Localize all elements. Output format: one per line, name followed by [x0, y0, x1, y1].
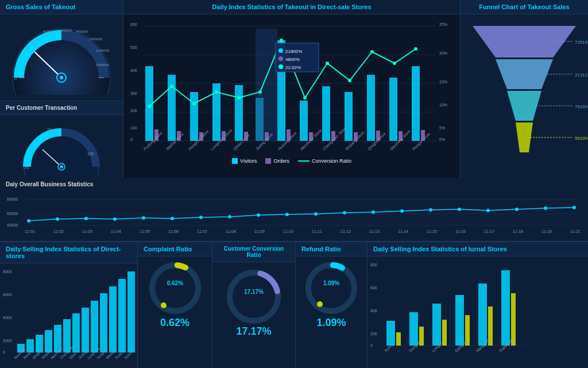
business-stats-title: Daiy Overall Business Statistics	[6, 181, 582, 189]
svg-text:11-05: 11-05	[140, 229, 150, 233]
bottom-row: Daily Selling Index Statistics of Direct…	[0, 241, 588, 368]
svg-text:1.09%: 1.09%	[323, 280, 339, 286]
svg-point-133	[486, 209, 490, 212]
top-row: Gross Sales of Takeout	[0, 0, 588, 178]
svg-text:800000: 800000	[76, 30, 88, 33]
svg-point-122	[171, 217, 174, 220]
chart-legend: Visitors Orders Conversion Ratio	[129, 156, 454, 166]
conversion-ratio: 17.17% 17.17%	[212, 262, 295, 340]
svg-text:11-07: 11-07	[197, 229, 207, 233]
daily-index-title: Daily Index Statistics of Takeout in Dir…	[123, 0, 460, 14]
svg-text:500: 500	[130, 45, 137, 49]
svg-point-76	[370, 50, 374, 53]
svg-rect-47	[235, 85, 243, 141]
svg-point-120	[113, 217, 117, 221]
funnel-svg: 7351800% 2131200% 781600% 501000%	[461, 20, 587, 175]
svg-text:15%: 15%	[439, 80, 447, 84]
svg-text:2131200%: 2131200%	[575, 72, 587, 78]
svg-rect-56	[322, 86, 330, 141]
svg-point-66	[148, 105, 151, 108]
svg-text:400: 400	[130, 68, 137, 72]
svg-point-117	[27, 219, 30, 223]
per-customer-gauge: -70 20 100	[0, 115, 123, 181]
svg-text:100: 100	[130, 126, 137, 130]
complaint-ratio: 0.62% 0.62%	[138, 256, 212, 332]
svg-point-192	[161, 302, 167, 308]
svg-text:11-12: 11-12	[341, 229, 351, 233]
svg-text:10%: 10%	[439, 103, 447, 107]
orders-color	[265, 158, 271, 164]
conversion-title: Customer Conversion Ratio	[212, 242, 295, 262]
svg-text:1200000: 1200000	[96, 49, 110, 52]
svg-point-196	[308, 265, 354, 311]
complaint-value: 0.62%	[160, 317, 189, 329]
bar-line-svg: 600 500 400 300 200 100 0 25% 20% 15% 10…	[129, 17, 451, 155]
svg-point-97	[278, 64, 283, 69]
svg-text:11-17: 11-17	[484, 229, 494, 233]
conversion-label: Conversion Ratio	[312, 158, 351, 164]
svg-text:501000%: 501000%	[575, 136, 587, 141]
svg-text:11-14: 11-14	[398, 229, 408, 233]
svg-rect-43	[190, 92, 198, 141]
conversion-value: 17.17%	[236, 325, 271, 338]
svg-text:0: 0	[130, 137, 133, 141]
svg-point-72	[280, 39, 283, 42]
lurnal-panel: Daily Selling Index Statistics of lurnal…	[368, 242, 588, 368]
svg-text:11-11: 11-11	[312, 229, 322, 233]
svg-text:200000: 200000	[29, 40, 41, 44]
svg-text:17.17%: 17.17%	[244, 289, 264, 295]
svg-text:11-18: 11-18	[513, 229, 523, 233]
svg-text:200: 200	[370, 332, 377, 336]
svg-text:80000: 80000	[7, 197, 18, 201]
svg-point-130	[400, 209, 404, 213]
gross-sales-title: Gross Sales of Takeout	[0, 0, 123, 14]
svg-text:11-19: 11-19	[541, 229, 552, 233]
svg-point-189	[152, 265, 198, 311]
svg-point-71	[258, 90, 262, 94]
lurnal-title: Daily Selling Index Statistics of lurnal…	[368, 242, 588, 256]
svg-point-70	[237, 96, 241, 99]
complaint-title: Complaint Ratio	[138, 242, 212, 256]
svg-text:600000: 600000	[60, 29, 72, 32]
svg-rect-211	[442, 320, 447, 346]
refund-title: Refund Ratio	[296, 242, 367, 256]
svg-rect-62	[389, 78, 397, 141]
svg-text:21800%: 21800%	[285, 49, 302, 54]
svg-rect-54	[300, 101, 308, 141]
svg-point-69	[215, 90, 218, 94]
svg-rect-217	[511, 293, 516, 346]
middle-row: Daiy Overall Business Statistics 80000 6…	[0, 178, 588, 241]
svg-text:2000: 2000	[3, 339, 12, 343]
svg-point-127	[314, 212, 318, 216]
svg-point-121	[142, 216, 145, 220]
business-line-svg: 80000 60000 40000	[6, 189, 580, 235]
svg-text:11-16: 11-16	[455, 229, 466, 233]
speedometer-svg: 0 200000 400000 600000 800000 1000000 12…	[9, 20, 115, 95]
orders-label: Orders	[273, 158, 289, 164]
svg-point-20	[60, 166, 63, 168]
per-customer-panel: Per Customer Transaction -70 20 100	[0, 101, 123, 181]
complaint-gauge-svg: 0.62%	[146, 259, 204, 317]
legend-conversion: Conversion Ratio	[298, 158, 351, 164]
conversion-gauge-svg: 17.17%	[222, 265, 285, 325]
svg-rect-60	[367, 75, 375, 141]
svg-point-68	[192, 102, 196, 105]
visitors-color	[232, 158, 238, 164]
funnel-area: 7351800% 2131200% 781600% 501000%	[461, 14, 588, 181]
svg-text:11-06: 11-06	[168, 229, 179, 233]
svg-point-93	[278, 48, 283, 53]
left-panel: Gross Sales of Takeout	[0, 0, 123, 181]
right-panel: Funnel Chart of Takeout Sales 7351800%	[461, 0, 588, 181]
per-customer-title: Per Customer Transaction	[0, 101, 123, 115]
svg-point-126	[285, 213, 289, 216]
svg-point-74	[326, 62, 329, 65]
svg-point-123	[199, 216, 203, 219]
svg-rect-171	[91, 301, 98, 352]
svg-point-132	[458, 208, 461, 211]
svg-text:11-20: 11-20	[570, 229, 580, 233]
svg-point-73	[303, 96, 307, 99]
svg-text:0%: 0%	[439, 137, 445, 141]
svg-rect-174	[118, 279, 126, 352]
svg-text:600: 600	[130, 22, 137, 26]
svg-point-67	[170, 85, 173, 88]
